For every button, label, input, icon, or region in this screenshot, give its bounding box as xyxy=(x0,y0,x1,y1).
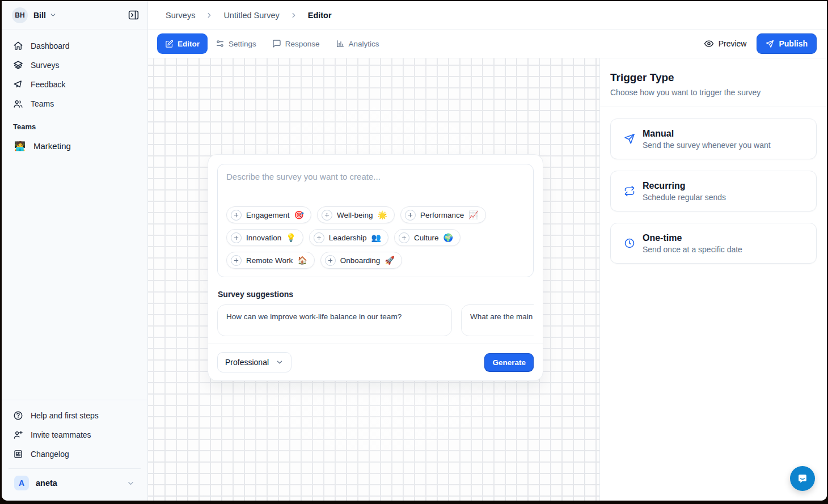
chip-label: Culture xyxy=(414,234,439,242)
plus-icon xyxy=(399,232,409,243)
sidebar-item-label: Help and first steps xyxy=(31,411,99,420)
users-icon xyxy=(13,99,23,109)
send-icon xyxy=(624,133,635,145)
workspace-switcher[interactable]: BH Bill xyxy=(2,1,147,29)
chip-label: Innovation xyxy=(246,234,281,242)
busts-emoji: 👥 xyxy=(371,233,381,242)
sidebar-item-label: Teams xyxy=(31,99,54,108)
plus-icon xyxy=(314,232,324,243)
team-label: Marketing xyxy=(33,141,71,151)
changelog-icon xyxy=(13,449,23,459)
sidebar-item-feedback[interactable]: Feedback xyxy=(9,75,141,94)
chevron-down-icon xyxy=(276,358,284,366)
message-square-icon xyxy=(272,39,281,48)
survey-prompt-input[interactable] xyxy=(226,172,525,206)
megaphone-icon xyxy=(13,79,23,90)
plus-icon xyxy=(405,210,416,221)
bar-chart-icon xyxy=(336,39,345,48)
suggestion-card[interactable]: How can we improve work-life balance in … xyxy=(217,304,452,336)
sidebar-collapse-icon[interactable] xyxy=(128,9,140,21)
sidebar-item-team-marketing[interactable]: 🧑‍💻 Marketing xyxy=(9,135,141,156)
chat-widget-button[interactable] xyxy=(790,466,815,491)
topic-chip-wellbeing[interactable]: Well-being 🌟 xyxy=(317,206,395,223)
plus-icon xyxy=(322,210,332,221)
account-name: aneta xyxy=(36,478,57,488)
trigger-type-panel: Trigger Type Choose how you want to trig… xyxy=(599,58,827,501)
trigger-option-one-time[interactable]: One-time Send once at a specific date xyxy=(610,223,817,264)
tab-settings[interactable]: Settings xyxy=(208,33,264,54)
preview-label: Preview xyxy=(719,39,747,48)
plus-icon xyxy=(231,210,242,221)
sidebar: BH Bill Dashboard Surveys xyxy=(2,1,148,501)
chevron-right-icon xyxy=(205,11,213,19)
sidebar-item-teams[interactable]: Teams xyxy=(9,94,141,113)
sidebar-item-label: Surveys xyxy=(31,61,60,70)
plus-icon xyxy=(325,255,336,266)
composer-footer: Professional Generate xyxy=(208,344,543,380)
sidebar-item-invite[interactable]: Invite teammates xyxy=(9,425,141,444)
tab-response[interactable]: Response xyxy=(264,33,328,54)
help-circle-icon xyxy=(13,410,23,421)
house-emoji: 🏠 xyxy=(297,256,307,265)
preview-button[interactable]: Preview xyxy=(704,39,747,49)
tab-editor[interactable]: Editor xyxy=(157,33,208,54)
sliders-icon xyxy=(216,39,225,48)
sidebar-item-surveys[interactable]: Surveys xyxy=(9,56,141,75)
main-area: Surveys Untitled Survey Editor Editor xyxy=(148,1,827,501)
tone-select[interactable]: Professional xyxy=(217,352,292,372)
breadcrumb-surveys[interactable]: Surveys xyxy=(166,11,195,20)
topic-chip-innovation[interactable]: Innovation 💡 xyxy=(226,229,303,246)
send-icon xyxy=(766,40,774,48)
tab-label: Editor xyxy=(178,40,200,48)
topic-chip-onboarding[interactable]: Onboarding 🚀 xyxy=(320,252,402,269)
home-icon xyxy=(13,41,23,51)
sidebar-item-dashboard[interactable]: Dashboard xyxy=(9,36,141,56)
trigger-option-manual[interactable]: Manual Send the survey whenever you want xyxy=(610,118,817,159)
sidebar-item-label: Feedback xyxy=(31,80,65,89)
trigger-options: Manual Send the survey whenever you want… xyxy=(600,107,827,275)
user-plus-icon xyxy=(13,430,23,440)
breadcrumb-untitled-survey[interactable]: Untitled Survey xyxy=(223,11,279,20)
tab-label: Settings xyxy=(229,40,256,48)
tab-analytics[interactable]: Analytics xyxy=(328,33,387,54)
chip-label: Engagement xyxy=(246,211,290,219)
workspace-name: Bill xyxy=(33,11,46,20)
editor-canvas[interactable]: Engagement 🎯 Well-being 🌟 Performance xyxy=(148,58,599,501)
pencil-square-icon xyxy=(165,40,174,48)
publish-button[interactable]: Publish xyxy=(757,33,817,54)
topic-chip-culture[interactable]: Culture 🌍 xyxy=(394,229,461,246)
topic-chip-leadership[interactable]: Leadership 👥 xyxy=(309,229,388,246)
sidebar-item-help[interactable]: Help and first steps xyxy=(9,406,141,425)
chat-bubble-icon xyxy=(796,472,809,485)
chip-label: Well-being xyxy=(337,211,373,219)
app-window: BH Bill Dashboard Surveys xyxy=(2,1,827,501)
topic-chip-engagement[interactable]: Engagement 🎯 xyxy=(226,206,311,223)
sidebar-footer: Help and first steps Invite teammates Ch… xyxy=(2,400,147,501)
team-emoji: 🧑‍💻 xyxy=(14,141,26,151)
layers-icon xyxy=(13,60,23,70)
plus-icon xyxy=(231,232,242,243)
sidebar-nav: Dashboard Surveys Feedback Teams xyxy=(2,29,147,156)
star-emoji: 🌟 xyxy=(378,210,387,219)
panel-title: Trigger Type xyxy=(610,71,817,84)
suggestion-card[interactable]: What are the main ob xyxy=(461,304,534,336)
toolbar-actions: Preview Publish xyxy=(704,33,817,54)
target-emoji: 🎯 xyxy=(294,210,304,219)
sidebar-item-label: Changelog xyxy=(31,450,69,459)
topic-chip-remote-work[interactable]: Remote Work 🏠 xyxy=(226,252,315,269)
topic-chip-performance[interactable]: Performance 📈 xyxy=(400,206,486,223)
account-menu[interactable]: A aneta xyxy=(9,468,141,496)
chevron-down-icon xyxy=(49,11,57,19)
chip-label: Onboarding xyxy=(340,256,381,265)
sidebar-item-changelog[interactable]: Changelog xyxy=(9,444,141,464)
topic-chips: Engagement 🎯 Well-being 🌟 Performance xyxy=(226,206,525,269)
survey-composer-card: Engagement 🎯 Well-being 🌟 Performance xyxy=(208,154,543,381)
tab-label: Response xyxy=(285,40,320,48)
tab-label: Analytics xyxy=(349,40,379,48)
chevron-right-icon xyxy=(290,11,298,19)
trigger-option-recurring[interactable]: Recurring Schedule regular sends xyxy=(610,171,817,211)
toolbar: Editor Settings Response Analytics xyxy=(148,29,827,58)
panel-subtitle: Choose how you want to trigger the surve… xyxy=(610,88,817,97)
globe-emoji: 🌍 xyxy=(443,233,453,242)
generate-button[interactable]: Generate xyxy=(484,353,534,371)
